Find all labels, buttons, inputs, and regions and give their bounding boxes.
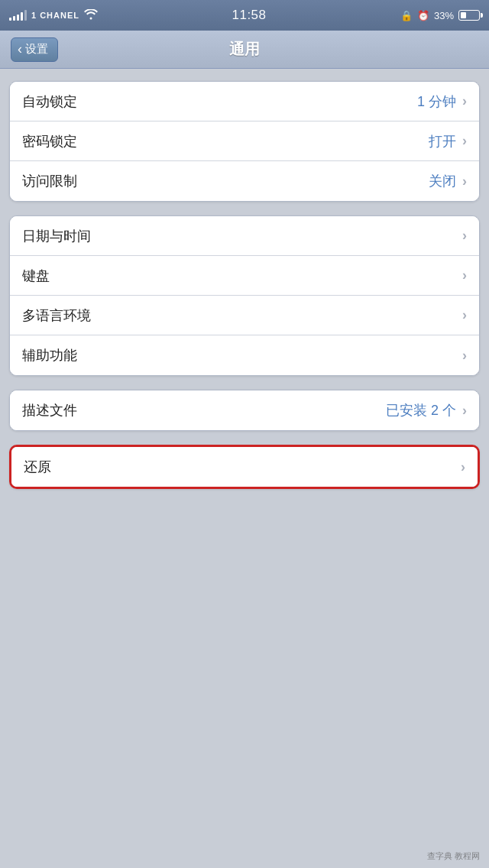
status-bar: 1 CHANEL 11:58 🔒 ⏰ 33% xyxy=(0,0,489,31)
passcode-row[interactable]: 密码锁定 打开 › xyxy=(10,121,479,161)
signal-bar-3 xyxy=(17,15,19,21)
signal-bars xyxy=(9,10,27,21)
datetime-right: › xyxy=(462,228,467,244)
language-label: 多语言环境 xyxy=(22,306,91,325)
signal-bar-1 xyxy=(9,18,11,21)
restrictions-right: 关闭 › xyxy=(429,172,467,190)
profile-right: 已安装 2 个 › xyxy=(386,401,467,419)
lock-settings-group: 自动锁定 1 分钟 › 密码锁定 打开 › 访问限制 关闭 › xyxy=(9,81,480,202)
profile-chevron-icon: › xyxy=(462,403,467,419)
back-label: 设置 xyxy=(25,42,48,57)
passcode-label: 密码锁定 xyxy=(22,132,77,151)
language-right: › xyxy=(462,307,467,323)
auto-lock-value: 1 分钟 xyxy=(417,92,456,111)
system-settings-group: 日期与时间 › 键盘 › 多语言环境 › 辅助功能 › xyxy=(9,215,480,376)
auto-lock-row[interactable]: 自动锁定 1 分钟 › xyxy=(10,82,479,121)
auto-lock-chevron-icon: › xyxy=(462,93,467,109)
passcode-value: 打开 xyxy=(429,132,456,151)
lock-icon: 🔒 xyxy=(400,10,413,21)
accessibility-row[interactable]: 辅助功能 › xyxy=(10,335,479,375)
profile-label: 描述文件 xyxy=(22,401,77,419)
nav-title: 通用 xyxy=(229,39,260,60)
battery-icon xyxy=(458,10,480,21)
status-left: 1 CHANEL xyxy=(9,9,98,22)
profile-value: 已安装 2 个 xyxy=(386,401,456,419)
datetime-label: 日期与时间 xyxy=(22,227,91,245)
content-area: 自动锁定 1 分钟 › 密码锁定 打开 › 访问限制 关闭 › 日期与时间 xyxy=(0,69,489,868)
status-right: 🔒 ⏰ 33% xyxy=(400,10,480,21)
language-chevron-icon: › xyxy=(462,307,467,323)
profile-row[interactable]: 描述文件 已安装 2 个 › xyxy=(10,390,479,430)
datetime-chevron-icon: › xyxy=(462,228,467,244)
carrier-label: 1 CHANEL xyxy=(31,11,79,20)
signal-bar-4 xyxy=(21,12,23,21)
profile-settings-group: 描述文件 已安装 2 个 › xyxy=(9,390,480,431)
reset-label: 还原 xyxy=(24,458,51,476)
restrictions-row[interactable]: 访问限制 关闭 › xyxy=(10,161,479,201)
back-button[interactable]: ‹ 设置 xyxy=(11,37,58,62)
auto-lock-right: 1 分钟 › xyxy=(417,92,467,111)
nav-bar: ‹ 设置 通用 xyxy=(0,31,489,69)
reset-settings-group: 还原 › xyxy=(9,445,480,489)
keyboard-row[interactable]: 键盘 › xyxy=(10,256,479,296)
signal-bar-2 xyxy=(13,16,15,21)
back-arrow-icon: ‹ xyxy=(18,41,22,57)
wifi-icon xyxy=(84,9,98,22)
restrictions-label: 访问限制 xyxy=(22,172,77,190)
passcode-chevron-icon: › xyxy=(462,133,467,149)
accessibility-chevron-icon: › xyxy=(462,348,467,364)
watermark: 查字典 教程网 xyxy=(427,850,480,862)
battery-fill xyxy=(461,12,466,18)
restrictions-chevron-icon: › xyxy=(462,173,467,189)
accessibility-right: › xyxy=(462,348,467,364)
alarm-icon: ⏰ xyxy=(417,10,429,21)
auto-lock-label: 自动锁定 xyxy=(22,92,77,111)
signal-bar-5 xyxy=(24,10,27,21)
reset-chevron-icon: › xyxy=(461,459,465,475)
keyboard-right: › xyxy=(462,267,467,283)
reset-right: › xyxy=(461,459,465,475)
language-row[interactable]: 多语言环境 › xyxy=(10,296,479,335)
datetime-row[interactable]: 日期与时间 › xyxy=(10,216,479,256)
accessibility-label: 辅助功能 xyxy=(22,346,77,364)
keyboard-label: 键盘 xyxy=(22,267,50,285)
passcode-right: 打开 › xyxy=(429,132,467,151)
keyboard-chevron-icon: › xyxy=(462,267,467,283)
restrictions-value: 关闭 xyxy=(429,172,456,190)
battery-percent: 33% xyxy=(434,10,454,21)
reset-row[interactable]: 还原 › xyxy=(11,447,478,487)
status-time: 11:58 xyxy=(232,8,266,23)
